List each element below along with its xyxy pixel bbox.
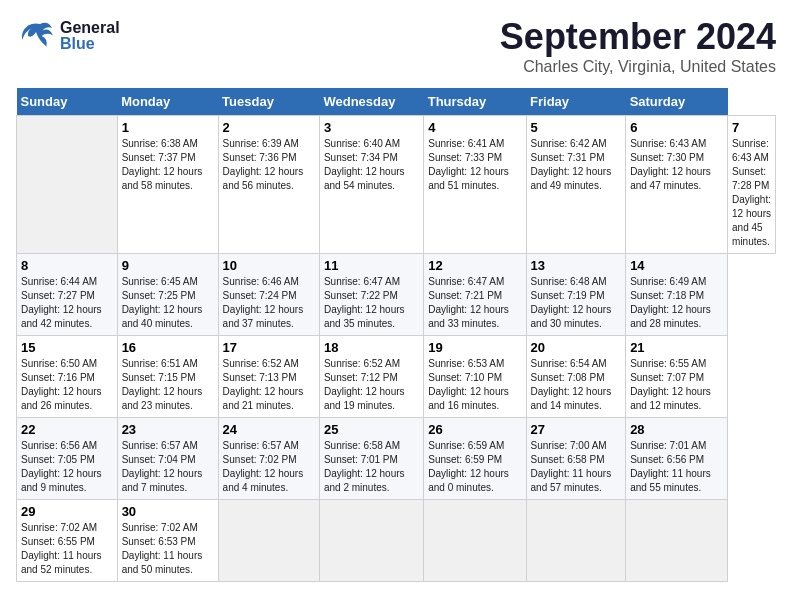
day-info: Sunrise: 6:52 AMSunset: 7:12 PMDaylight:… xyxy=(324,357,419,413)
day-info: Sunrise: 6:57 AMSunset: 7:02 PMDaylight:… xyxy=(223,439,315,495)
header-day: Saturday xyxy=(626,88,728,116)
calendar-day: 16Sunrise: 6:51 AMSunset: 7:15 PMDayligh… xyxy=(117,336,218,418)
day-info: Sunrise: 6:43 AMSunset: 7:30 PMDaylight:… xyxy=(630,137,723,193)
calendar-day: 2Sunrise: 6:39 AMSunset: 7:36 PMDaylight… xyxy=(218,116,319,254)
logo-blue: Blue xyxy=(60,36,120,52)
day-info: Sunrise: 6:40 AMSunset: 7:34 PMDaylight:… xyxy=(324,137,419,193)
calendar-day: 17Sunrise: 6:52 AMSunset: 7:13 PMDayligh… xyxy=(218,336,319,418)
day-number: 19 xyxy=(428,340,521,355)
day-info: Sunrise: 6:56 AMSunset: 7:05 PMDaylight:… xyxy=(21,439,113,495)
calendar-day: 22Sunrise: 6:56 AMSunset: 7:05 PMDayligh… xyxy=(17,418,118,500)
calendar-day: 30Sunrise: 7:02 AMSunset: 6:53 PMDayligh… xyxy=(117,500,218,582)
day-info: Sunrise: 6:47 AMSunset: 7:22 PMDaylight:… xyxy=(324,275,419,331)
day-number: 3 xyxy=(324,120,419,135)
calendar-week: 1Sunrise: 6:38 AMSunset: 7:37 PMDaylight… xyxy=(17,116,776,254)
day-number: 27 xyxy=(531,422,622,437)
day-number: 16 xyxy=(122,340,214,355)
day-info: Sunrise: 6:38 AMSunset: 7:37 PMDaylight:… xyxy=(122,137,214,193)
day-number: 22 xyxy=(21,422,113,437)
day-number: 6 xyxy=(630,120,723,135)
calendar-day: 24Sunrise: 6:57 AMSunset: 7:02 PMDayligh… xyxy=(218,418,319,500)
logo: General Blue xyxy=(16,16,120,56)
day-info: Sunrise: 6:51 AMSunset: 7:15 PMDaylight:… xyxy=(122,357,214,413)
day-number: 11 xyxy=(324,258,419,273)
day-number: 26 xyxy=(428,422,521,437)
day-info: Sunrise: 6:45 AMSunset: 7:25 PMDaylight:… xyxy=(122,275,214,331)
day-info: Sunrise: 6:52 AMSunset: 7:13 PMDaylight:… xyxy=(223,357,315,413)
calendar-day: 21Sunrise: 6:55 AMSunset: 7:07 PMDayligh… xyxy=(626,336,728,418)
calendar-day xyxy=(319,500,423,582)
calendar-day: 26Sunrise: 6:59 AMSunset: 6:59 PMDayligh… xyxy=(424,418,526,500)
day-number: 20 xyxy=(531,340,622,355)
day-number: 15 xyxy=(21,340,113,355)
day-info: Sunrise: 6:42 AMSunset: 7:31 PMDaylight:… xyxy=(531,137,622,193)
day-info: Sunrise: 6:44 AMSunset: 7:27 PMDaylight:… xyxy=(21,275,113,331)
day-number: 29 xyxy=(21,504,113,519)
day-number: 25 xyxy=(324,422,419,437)
day-info: Sunrise: 6:57 AMSunset: 7:04 PMDaylight:… xyxy=(122,439,214,495)
day-info: Sunrise: 6:47 AMSunset: 7:21 PMDaylight:… xyxy=(428,275,521,331)
title-block: September 2024 Charles City, Virginia, U… xyxy=(500,16,776,76)
calendar-day: 10Sunrise: 6:46 AMSunset: 7:24 PMDayligh… xyxy=(218,254,319,336)
calendar-day: 25Sunrise: 6:58 AMSunset: 7:01 PMDayligh… xyxy=(319,418,423,500)
day-number: 24 xyxy=(223,422,315,437)
header-day: Sunday xyxy=(17,88,118,116)
calendar-header: SundayMondayTuesdayWednesdayThursdayFrid… xyxy=(17,88,776,116)
calendar-day: 20Sunrise: 6:54 AMSunset: 7:08 PMDayligh… xyxy=(526,336,626,418)
day-number: 2 xyxy=(223,120,315,135)
header-day: Monday xyxy=(117,88,218,116)
calendar-week: 8Sunrise: 6:44 AMSunset: 7:27 PMDaylight… xyxy=(17,254,776,336)
day-number: 14 xyxy=(630,258,723,273)
day-number: 17 xyxy=(223,340,315,355)
day-info: Sunrise: 6:59 AMSunset: 6:59 PMDaylight:… xyxy=(428,439,521,495)
day-number: 21 xyxy=(630,340,723,355)
calendar-day xyxy=(626,500,728,582)
calendar-day: 18Sunrise: 6:52 AMSunset: 7:12 PMDayligh… xyxy=(319,336,423,418)
day-info: Sunrise: 6:53 AMSunset: 7:10 PMDaylight:… xyxy=(428,357,521,413)
day-info: Sunrise: 6:54 AMSunset: 7:08 PMDaylight:… xyxy=(531,357,622,413)
calendar-day: 1Sunrise: 6:38 AMSunset: 7:37 PMDaylight… xyxy=(117,116,218,254)
calendar-day: 9Sunrise: 6:45 AMSunset: 7:25 PMDaylight… xyxy=(117,254,218,336)
calendar-day: 6Sunrise: 6:43 AMSunset: 7:30 PMDaylight… xyxy=(626,116,728,254)
calendar-day: 15Sunrise: 6:50 AMSunset: 7:16 PMDayligh… xyxy=(17,336,118,418)
header-day: Thursday xyxy=(424,88,526,116)
day-number: 5 xyxy=(531,120,622,135)
calendar-day: 8Sunrise: 6:44 AMSunset: 7:27 PMDaylight… xyxy=(17,254,118,336)
calendar-day xyxy=(526,500,626,582)
day-number: 30 xyxy=(122,504,214,519)
calendar-day: 29Sunrise: 7:02 AMSunset: 6:55 PMDayligh… xyxy=(17,500,118,582)
day-number: 10 xyxy=(223,258,315,273)
calendar-day: 4Sunrise: 6:41 AMSunset: 7:33 PMDaylight… xyxy=(424,116,526,254)
header-row: SundayMondayTuesdayWednesdayThursdayFrid… xyxy=(17,88,776,116)
calendar-day: 28Sunrise: 7:01 AMSunset: 6:56 PMDayligh… xyxy=(626,418,728,500)
calendar-week: 29Sunrise: 7:02 AMSunset: 6:55 PMDayligh… xyxy=(17,500,776,582)
empty-cell xyxy=(17,116,118,254)
day-info: Sunrise: 6:43 AMSunset: 7:28 PMDaylight:… xyxy=(732,137,771,249)
logo-text: General Blue xyxy=(60,20,120,52)
calendar-day: 5Sunrise: 6:42 AMSunset: 7:31 PMDaylight… xyxy=(526,116,626,254)
calendar-day: 13Sunrise: 6:48 AMSunset: 7:19 PMDayligh… xyxy=(526,254,626,336)
day-number: 9 xyxy=(122,258,214,273)
day-number: 28 xyxy=(630,422,723,437)
day-info: Sunrise: 7:01 AMSunset: 6:56 PMDaylight:… xyxy=(630,439,723,495)
calendar-day: 23Sunrise: 6:57 AMSunset: 7:04 PMDayligh… xyxy=(117,418,218,500)
day-info: Sunrise: 6:55 AMSunset: 7:07 PMDaylight:… xyxy=(630,357,723,413)
header-day: Friday xyxy=(526,88,626,116)
day-number: 18 xyxy=(324,340,419,355)
calendar-day: 3Sunrise: 6:40 AMSunset: 7:34 PMDaylight… xyxy=(319,116,423,254)
calendar-week: 15Sunrise: 6:50 AMSunset: 7:16 PMDayligh… xyxy=(17,336,776,418)
day-info: Sunrise: 7:02 AMSunset: 6:53 PMDaylight:… xyxy=(122,521,214,577)
day-info: Sunrise: 6:48 AMSunset: 7:19 PMDaylight:… xyxy=(531,275,622,331)
calendar-day: 7Sunrise: 6:43 AMSunset: 7:28 PMDaylight… xyxy=(728,116,776,254)
calendar-day: 14Sunrise: 6:49 AMSunset: 7:18 PMDayligh… xyxy=(626,254,728,336)
calendar-day xyxy=(424,500,526,582)
day-number: 12 xyxy=(428,258,521,273)
day-info: Sunrise: 6:46 AMSunset: 7:24 PMDaylight:… xyxy=(223,275,315,331)
calendar-week: 22Sunrise: 6:56 AMSunset: 7:05 PMDayligh… xyxy=(17,418,776,500)
day-info: Sunrise: 7:00 AMSunset: 6:58 PMDaylight:… xyxy=(531,439,622,495)
calendar-table: SundayMondayTuesdayWednesdayThursdayFrid… xyxy=(16,88,776,582)
day-number: 13 xyxy=(531,258,622,273)
calendar-day: 19Sunrise: 6:53 AMSunset: 7:10 PMDayligh… xyxy=(424,336,526,418)
calendar-day: 27Sunrise: 7:00 AMSunset: 6:58 PMDayligh… xyxy=(526,418,626,500)
day-info: Sunrise: 6:58 AMSunset: 7:01 PMDaylight:… xyxy=(324,439,419,495)
